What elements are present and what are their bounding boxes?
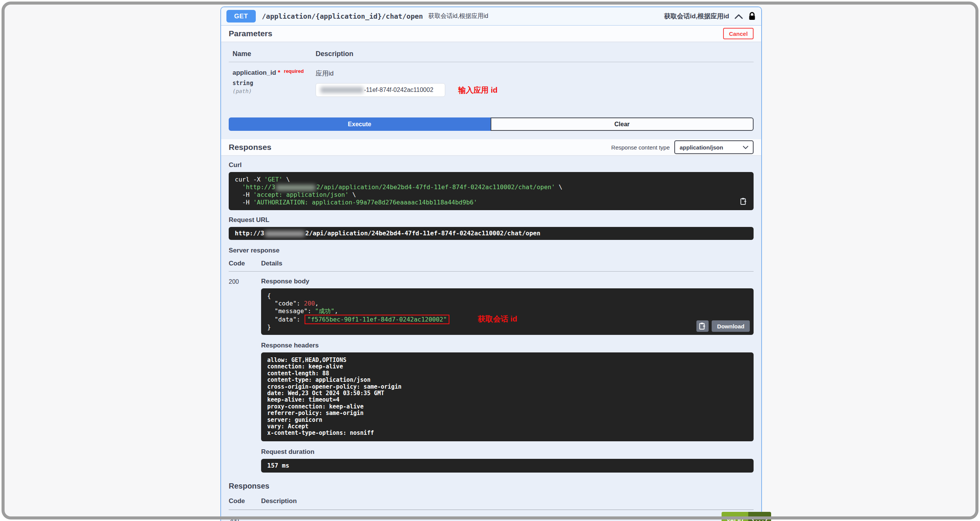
authorize-button[interactable] (748, 12, 756, 21)
content-type-value: application/json (680, 144, 723, 151)
documented-responses: Responses Code Description 200 (229, 482, 754, 521)
parameters-section-header: Parameters Cancel (221, 26, 761, 42)
request-url-block: http://32/api/application/24be2bd4-47fd-… (229, 227, 754, 240)
clipboard-icon (699, 322, 706, 330)
responses-body: Curl curl -X 'GET' \ 'http://32/api/appl… (221, 155, 761, 521)
column-header-description: Description (316, 50, 353, 58)
documented-responses-rows: 200 (229, 510, 754, 521)
swagger-get-opblock: GET /application/{application_id}/chat/o… (220, 6, 762, 521)
curl-label: Curl (229, 161, 754, 169)
cancel-button[interactable]: Cancel (723, 28, 754, 39)
endpoint-path: /application/{application_id}/chat/open (262, 12, 423, 20)
column-header-name: Name (233, 50, 316, 58)
documented-responses-title: Responses (229, 482, 754, 490)
chevron-up-icon (735, 14, 743, 19)
parameter-row: application_id * required string (path) … (229, 62, 754, 97)
documented-response-row: 200 (229, 510, 754, 521)
parameter-location: (path) (233, 88, 316, 94)
swagger-validator-badge[interactable]: VALID {...} (722, 512, 771, 521)
clipboard-icon (740, 198, 747, 205)
copy-curl-button[interactable] (738, 196, 750, 207)
server-response-label: Server response (229, 247, 754, 254)
collapse-button[interactable] (735, 14, 743, 19)
redacted-value-blur (321, 87, 363, 93)
endpoint-summary: 获取会话id,根据应用id (428, 12, 488, 20)
status-code: 200 (229, 278, 261, 473)
parameters-table: Name Description application_id * requir… (221, 42, 761, 114)
execute-row: Execute Clear (221, 117, 761, 131)
column-header-code: Code (229, 260, 261, 267)
clear-button[interactable]: Clear (491, 117, 754, 131)
validator-braces-icon: {...} (748, 512, 771, 521)
required-label: required (284, 68, 304, 74)
request-duration-label: Request duration (261, 448, 754, 456)
download-button[interactable]: Download (712, 320, 750, 332)
parameter-description: 应用id (316, 69, 750, 78)
required-star: * (278, 69, 281, 76)
opblock-summary[interactable]: GET /application/{application_id}/chat/o… (221, 7, 761, 26)
lock-icon (748, 12, 756, 21)
chevron-down-icon (743, 146, 748, 149)
response-body-block: { "code": 200, "message": "成功", "data": … (261, 288, 754, 335)
parameters-title: Parameters (229, 29, 272, 38)
application-id-input[interactable]: -11ef-874f-0242ac110002 (316, 83, 445, 97)
copy-response-button[interactable] (696, 320, 709, 332)
execute-button[interactable]: Execute (229, 117, 491, 131)
responses-title: Responses (229, 143, 271, 152)
validator-valid-label: VALID (722, 512, 748, 521)
http-method-badge: GET (226, 10, 256, 23)
response-headers-label: Response headers (261, 342, 754, 349)
application-id-value: -11ef-874f-0242ac110002 (364, 87, 433, 93)
live-response-row: 200 Response body { "code": 200, "messag… (229, 278, 754, 473)
content-type-select[interactable]: application/json (674, 140, 754, 154)
response-content-type-label: Response content type (611, 144, 670, 151)
input-annotation: 输入应用 id (458, 85, 497, 95)
responses-section-header: Responses Response content type applicat… (221, 139, 761, 155)
parameter-type: string (233, 80, 316, 87)
curl-command-block: curl -X 'GET' \ 'http://32/api/applicati… (229, 172, 754, 210)
response-body-label: Response body (261, 278, 754, 285)
column-header-description: Description (261, 497, 297, 505)
column-header-code: Code (229, 497, 261, 505)
parameter-name: application_id (233, 69, 276, 76)
endpoint-summary-right: 获取会话id,根据应用id (664, 12, 729, 21)
column-header-details: Details (261, 260, 282, 267)
request-duration-block: 157 ms (261, 459, 754, 473)
request-url-label: Request URL (229, 216, 754, 224)
response-headers-block: allow: GET,HEAD,OPTIONSconnection: keep-… (261, 352, 754, 441)
